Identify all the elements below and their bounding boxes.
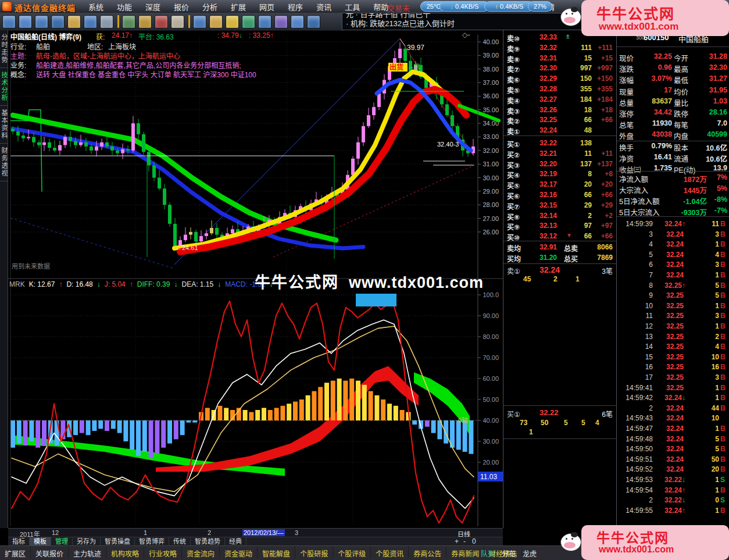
volume: 10 [712,414,719,422]
bottom-bar-个股研报[interactable]: 个股研报 [295,546,333,558]
order-book-row-buy[interactable]: 买②32.2111+11 [503,149,617,159]
order-book-row-buy[interactable]: 买⑤32.1720+20 [503,180,617,190]
bottom-bar-分布[interactable]: 分布 [502,548,516,558]
bottom-bar-券商新闻[interactable]: 券商新闻 [446,546,484,558]
menu-分析[interactable]: 分析 [202,1,217,12]
bottom-bar-龙虎[interactable]: 龙虎 [523,548,537,558]
bottom-bar-机构攻略[interactable]: 机构攻略 [106,546,144,558]
toolbar-icon-14[interactable] [226,15,239,28]
bottom-bar-个股资讯[interactable]: 个股资讯 [371,546,409,558]
order-book-row-sell[interactable]: 卖③32.2618+18 [503,106,617,116]
bottom-bar-个股评级[interactable]: 个股评级 [333,546,371,558]
order-book-row-sell[interactable]: 卖④32.27184+184 [503,95,617,105]
up-arrow-icon: ↑ [682,486,685,494]
chart-window-icons[interactable]: ◇▫ [462,31,470,40]
order-book-row-buy[interactable]: 买①32.22138 [503,139,617,149]
sidebar-tab-基本资料[interactable]: 基本资料 [0,106,8,144]
order-book-row-buy[interactable]: 买⑧32.142+2 [503,212,617,222]
menu-工具[interactable]: 工具 [345,1,360,12]
order-book-row-buy[interactable]: 买⑦32.1529+29 [503,201,617,211]
toolbar-icon-1[interactable] [2,15,16,28]
news-ticker[interactable]: 元 · 百学路千佰 行情已十 · 机构: 跌破2132点已进入倒计时 [342,13,583,30]
level-label: 买① [507,139,520,149]
toolbar-icon-11[interactable] [171,15,184,28]
bottom-tab-智勇操盘[interactable]: 智勇操盘 [101,537,135,545]
toolbar-icon-7[interactable] [100,15,113,28]
toolbar-icon-19[interactable] [307,15,320,28]
menu-系统[interactable]: 系统 [88,1,103,12]
toolbar-icon-8[interactable] [122,15,135,28]
toolbar-icon-9[interactable] [138,15,152,28]
order-book-row-buy[interactable]: 买③32.20137+137 [503,160,617,170]
bottom-tab-经典[interactable]: 经典 [225,537,246,545]
zoom-reset-button[interactable]: 0 [472,537,476,545]
bottom-bar-扩展区[interactable]: 扩展区 [0,546,31,558]
menu-功能[interactable]: 功能 [117,1,132,12]
order-book-row-sell[interactable]: 卖⑨32.32111+111 [503,44,617,53]
bottom-tab-传统[interactable]: 传统 [169,537,191,545]
bottom-tab-另存为[interactable]: 另存为 [73,537,101,545]
menu-报价[interactable]: 报价 [174,1,189,12]
svg-text:←24.61: ←24.61 [176,244,198,251]
menu-帮助[interactable]: 帮助 [373,1,388,12]
order-book-row-sell[interactable]: 卖⑤32.28355+355 [503,85,617,95]
bottom-bar-智能解盘[interactable]: 智能解盘 [258,546,295,558]
bottom-tab-管理[interactable]: 管理 [51,537,73,545]
menu-扩展[interactable]: 扩展 [231,1,246,12]
order-book-row-buy[interactable]: 买⑥32.1666+66 [503,191,617,201]
volume: 1 [715,302,719,310]
sidebar-tab-分时走势[interactable]: 分时走势 [0,30,8,68]
svg-text:0轴: 0轴 [458,416,468,424]
toolbar-icon-5[interactable] [67,15,81,28]
center-watermark: 牛牛公式网 www.tdx001.com [255,270,484,293]
toolbar-icon-2[interactable] [19,15,32,28]
order-book-row-buy[interactable]: 买④32.198+8 [503,170,617,180]
menu-深度[interactable]: 深度 [145,1,160,12]
bottom-bar-队列[interactable]: 队列 [481,548,495,558]
order-book-row-sell[interactable]: 卖⑧32.3115+15 [503,54,617,64]
bottom-tab-智勇趋势[interactable]: 智勇趋势 [191,537,225,545]
volume: 20 [584,180,592,188]
bottom-bar-行业攻略[interactable]: 行业攻略 [144,546,182,558]
zoom-in-button[interactable]: + [455,537,459,545]
timeline-axis[interactable]: 日线 2011年12122012/02/13/—3 [8,528,503,537]
bottom-tab-模板[interactable]: 模板 [30,537,51,545]
value-2: 31.95 [709,86,727,94]
toolbar-icon-3[interactable] [35,15,48,28]
toolbar-icon-18[interactable] [291,15,304,28]
bottom-tab-指标[interactable]: 指标 [8,537,30,545]
menu-网页[interactable]: 网页 [259,1,274,12]
toolbar-icon-15[interactable] [242,15,255,28]
toolbar-icon-6[interactable] [84,15,97,28]
toolbar-icon-16[interactable] [258,15,271,28]
toolbar-icon-12[interactable] [193,15,206,28]
order-book-row-sell[interactable]: 卖①32.2448 [503,126,617,136]
value-1: 43038 [652,130,672,138]
toolbar-icon-10[interactable] [155,15,168,28]
menu-资讯[interactable]: 资讯 [316,1,331,12]
bottom-bar-关联报价[interactable]: 关联报价 [31,546,69,558]
toolbar-icon-13[interactable] [209,15,223,28]
order-book-row-buy[interactable]: 买⑨32.1397+97 [503,222,617,231]
toolbar-icon-17[interactable] [274,15,288,28]
toolbar-icon-4[interactable] [51,15,65,28]
order-book-row-sell[interactable]: 卖⑦32.30997+997 [503,64,617,74]
bottom-bar-资金驱动[interactable]: 资金驱动 [220,546,258,558]
bottom-bar-券商公告[interactable]: 券商公告 [409,546,446,558]
order-book-row-sell[interactable]: 卖⑥32.29150+150 [503,74,617,84]
bottom-bar-资金流向[interactable]: 资金流向 [182,546,220,558]
volume-delta: +15 [601,54,613,62]
price: 32.25 [659,302,691,310]
bottom-bar-主力轨迹[interactable]: 主力轨迹 [69,546,106,558]
sidebar-tab-财务透视[interactable]: 财务透视 [0,144,8,181]
zoom-out-button[interactable]: - [463,537,466,545]
order-book-row-sell[interactable]: 卖②32.2566+66 [503,116,617,126]
sidebar-tab-技术分析[interactable]: 技术分析 [0,68,8,106]
svg-text:100.0: 100.0 [483,291,499,298]
indicator-header: MRKK: 12.67↑D: 16.48↓J: 5.04↑DIFF: 0.39↓… [9,280,277,289]
menu-程序[interactable]: 程序 [288,1,303,12]
volume: 1 [715,322,719,330]
indicator-value: J: 5.04 [105,280,126,288]
bottom-tab-智勇博弈[interactable]: 智勇博弈 [135,537,169,545]
price: 32.30 [539,64,557,72]
